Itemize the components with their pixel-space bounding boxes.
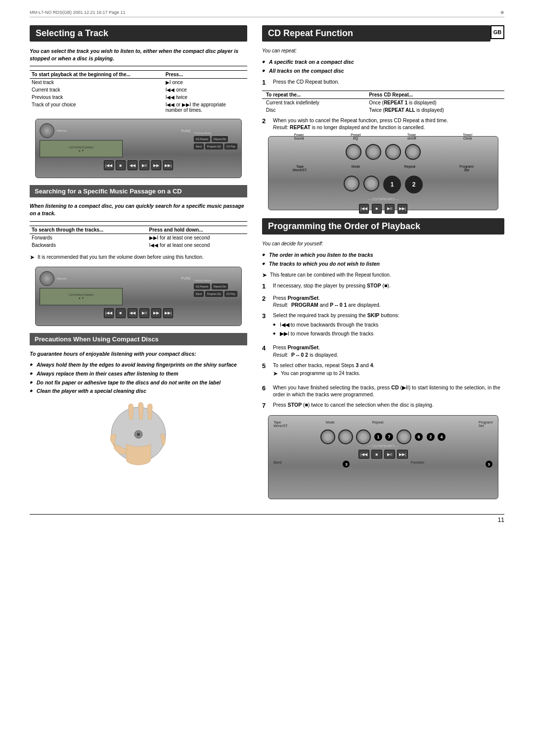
cd-repeat-title: CD Repeat Function <box>262 25 490 42</box>
selecting-track-intro: You can select the track you wish to lis… <box>30 47 247 62</box>
search-header-col1: To search through the tracks... <box>30 226 147 234</box>
table-row: Current track I◀◀ once <box>30 86 247 94</box>
circle-3-bot: 3 <box>343 461 350 468</box>
list-item: Always replace them in their cases after… <box>30 370 247 378</box>
step-num-2: 2 <box>262 117 269 132</box>
divider-2 <box>30 221 247 222</box>
result-text-2: is no longer displayed and the function … <box>312 125 425 130</box>
result-label: Result: <box>273 125 288 130</box>
prog-set-btn[interactable] <box>397 429 411 444</box>
arrow-icon-3: ➤ <box>273 370 278 378</box>
search-note-text: It is recommended that you turn the volu… <box>38 254 204 262</box>
prog-ffwd-btn[interactable]: ▶▶| <box>397 450 408 459</box>
prog-repeat-btn[interactable] <box>356 429 371 444</box>
prog-play-btn[interactable]: ▶II <box>384 450 395 459</box>
repeat-list: A specific track on a compact disc All t… <box>262 58 504 74</box>
precautions-title: Precautions When Using Compact Discs <box>30 333 247 345</box>
programming-note-text: This feature can be combined with the Re… <box>270 272 391 280</box>
prog-step-2-content: Press Program/Set. Result: PROGRAM and P… <box>273 294 504 309</box>
step-2-text: When you wish to cancel the Repeat funct… <box>273 117 448 123</box>
left-column: Selecting a Track You can select the tra… <box>30 25 247 504</box>
timer-clock-btn[interactable] <box>405 144 421 160</box>
track-label: Track of your choice <box>32 102 76 107</box>
ffwd-btn[interactable]: ▶▶| <box>398 204 407 214</box>
table-row: Disc Twice (REPEAT ALL is displayed) <box>262 106 504 114</box>
prog-step-6: 6 When you have finished selecting the t… <box>262 384 504 398</box>
track-label: Current track <box>32 87 60 93</box>
prog-cd-tape-label: — CD/TAPE/MP3 — <box>367 444 399 448</box>
list-item: ▶▶I to move forwards through the tracks <box>273 330 504 337</box>
track-action: I◀◀ or ▶▶I the appropriatenumber of time… <box>164 101 247 114</box>
arrow-icon: ➤ <box>30 253 35 262</box>
playback-table: To start playback at the beginning of th… <box>30 70 247 114</box>
stop-btn[interactable]: ■ <box>372 204 382 214</box>
arrow-icon-2: ➤ <box>262 271 267 280</box>
cd-tape-label: — CD/TAPE/MP3 — <box>367 197 399 201</box>
prog-step-num-7: 7 <box>262 401 269 410</box>
you-can-repeat: You can repeat: <box>262 47 504 54</box>
table-row: Current track indefinitely Once (REPEAT … <box>262 98 504 106</box>
header-text: MM-L7-NO RDS(GB) 2001.12.21 16:17 Page 1… <box>30 10 126 15</box>
repeat-device-image: PowerSound PresetEQ Timeron/off Timer/Cl… <box>268 136 498 210</box>
programming-note: ➤ This feature can be combined with the … <box>262 272 504 280</box>
mode-btn[interactable] <box>363 176 379 191</box>
prog-rewind-btn[interactable]: |◀◀ <box>358 450 369 459</box>
track-label: Previous track <box>32 94 63 100</box>
list-item: Always hold them by the edges to avoid l… <box>30 361 247 369</box>
circle-1: 1 <box>374 433 382 441</box>
prog-mono-btn[interactable] <box>320 429 335 444</box>
track-action: I◀◀ twice <box>164 94 247 101</box>
timer-onoff-btn[interactable] <box>385 144 401 160</box>
prog-step-num-6: 6 <box>262 384 269 398</box>
list-item: The order in which you listen to the tra… <box>262 251 504 259</box>
prog-stop-btn[interactable]: ■ <box>371 450 382 459</box>
list-item: Do not fix paper or adhesive tape to the… <box>30 379 247 386</box>
mono-st-btn[interactable] <box>344 176 359 191</box>
step-1: 1 Press the CD Repeat button. <box>262 78 504 87</box>
prog-step-6-text: When you have finished selecting the tra… <box>273 384 504 398</box>
prog-device-image: TapeMono/ST. Mode Repeat Program/Set 1 7 <box>268 415 498 499</box>
divider-1 <box>30 66 247 66</box>
list-item: I◀◀ to move backwards through the tracks <box>273 321 504 329</box>
cd-player-image-2: Volume FUNC CD/TAPE/TUNING ▲ ▼ Tuning Mo… <box>35 267 242 326</box>
right-column: CD Repeat Function GB You can repeat: A … <box>262 25 504 504</box>
step-1-text: Press the CD Repeat button. <box>273 78 504 87</box>
list-item: The tracks to which you do not wish to l… <box>262 260 504 268</box>
table-row: Forwards ▶▶I for at least one second <box>30 234 247 241</box>
rewind-btn[interactable]: |◀◀ <box>359 204 369 214</box>
programming-title: Programming the Order of Playback <box>262 218 504 235</box>
prog-step-num-2: 2 <box>262 294 269 309</box>
repeat-btn-1[interactable]: 1 <box>383 176 401 193</box>
power-sound-btn[interactable] <box>346 144 361 160</box>
prog-mode-btn[interactable] <box>338 429 353 444</box>
step-num-1: 1 <box>262 78 269 87</box>
precautions-list: Always hold them by the edges to avoid l… <box>30 361 247 395</box>
preset-eq-btn[interactable] <box>365 144 381 160</box>
table-row: Previous track I◀◀ twice <box>30 94 247 101</box>
search-table: To search through the tracks... Press an… <box>30 226 247 249</box>
list-item: Clean the player with a special cleaning… <box>30 387 247 395</box>
gb-badge: GB <box>490 25 504 39</box>
page-num-text: 11 <box>498 517 504 523</box>
circle-4: 4 <box>438 433 445 441</box>
prog-step-1: 1 If necessary, stop the player by press… <box>262 282 504 291</box>
track-label: Next track <box>32 80 54 85</box>
table-row: Backwards I◀◀ for at least one second <box>30 241 247 249</box>
programming-intro: You can decide for yourself: <box>262 240 504 247</box>
hand-svg <box>99 400 178 469</box>
play-btn[interactable]: ▶II <box>385 204 395 214</box>
table-row: Track of your choice I◀◀ or ▶▶I the appr… <box>30 101 247 114</box>
programming-list: The order in which you listen to the tra… <box>262 251 504 267</box>
searching-title: Searching for a Specific Music Passage o… <box>30 185 247 197</box>
prog-step-num-1: 1 <box>262 282 269 291</box>
step-2: 2 When you wish to cancel the Repeat fun… <box>262 117 504 132</box>
prog-step-3-content: Select the required track by pressing th… <box>273 312 504 341</box>
page-number: 11 <box>30 514 504 523</box>
repeat-header-col1: To repeat the... <box>262 91 365 98</box>
svg-point-2 <box>137 433 140 436</box>
prog-step-3: 3 Select the required track by pressing … <box>262 312 504 341</box>
prog-step-num-4: 4 <box>262 344 269 359</box>
search-note: ➤ It is recommended that you turn the vo… <box>30 254 247 262</box>
repeat-btn-2[interactable]: 2 <box>405 176 423 193</box>
circle-6: 6 <box>415 433 423 441</box>
